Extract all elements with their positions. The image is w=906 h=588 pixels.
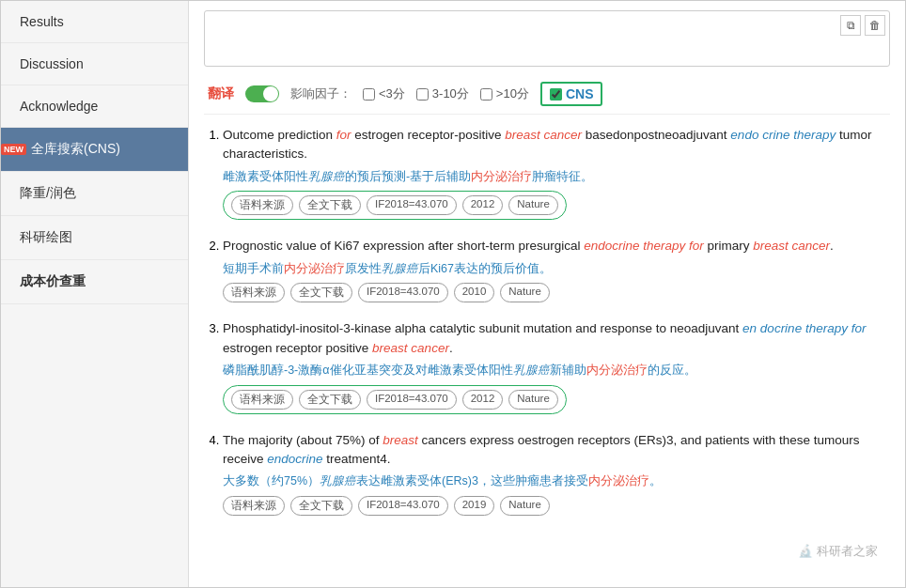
top-toolbar: ⧉ 🗑 (840, 15, 885, 36)
sidebar-item-5[interactable]: 科研绘图 (1, 216, 188, 260)
translate-label: 翻译 (208, 85, 234, 102)
filter-bar: 翻译 影响因子： <3分 3-10分 >10分 CNS (204, 74, 890, 115)
sidebar-item-label-4: 降重/润色 (20, 185, 76, 200)
tag-4-2[interactable]: IF2018=43.070 (358, 496, 448, 516)
sidebar-item-label-0: Results (20, 14, 64, 29)
tag-1-4[interactable]: Nature (508, 195, 558, 215)
result-item-1: Outcome prediction for estrogen receptor… (223, 126, 890, 220)
tag-4-0[interactable]: 语料来源 (223, 496, 285, 516)
sidebar-item-0[interactable]: Results (1, 1, 188, 43)
tag-2-1[interactable]: 全文下载 (290, 283, 352, 302)
tag-4-1[interactable]: 全文下载 (290, 496, 352, 516)
filter-gt10[interactable]: >10分 (480, 85, 529, 102)
tag-3-1[interactable]: 全文下载 (299, 390, 361, 410)
result-translation-1: 雌激素受体阳性乳腺癌的预后预测-基于后辅助内分泌治疗肿瘤特征。 (223, 168, 890, 186)
sidebar-item-3[interactable]: NEW全库搜索(CNS) (1, 128, 188, 172)
results-list: Outcome prediction for estrogen receptor… (204, 126, 890, 516)
sidebar-item-label-2: Acknowledge (20, 99, 98, 114)
delete-icon[interactable]: 🗑 (865, 15, 885, 36)
tag-2-4[interactable]: Nature (500, 283, 550, 302)
tag-4-4[interactable]: Nature (500, 496, 550, 516)
sidebar-item-1[interactable]: Discussion (1, 43, 188, 85)
tag-2-3[interactable]: 2010 (454, 283, 495, 302)
result-title-1: Outcome prediction for estrogen receptor… (223, 126, 890, 164)
tag-3-4[interactable]: Nature (508, 390, 558, 410)
cns-filter[interactable]: CNS (540, 82, 603, 106)
sidebar-item-4[interactable]: 降重/润色 (1, 172, 188, 216)
impact-label: 影响因子： (290, 85, 351, 102)
result-item-2: Prognostic value of Ki67 expression afte… (223, 237, 890, 302)
gt10-checkbox[interactable] (480, 88, 492, 101)
result-item-4: The majority (about 75%) of breast cance… (223, 431, 890, 516)
result-tags-1: 语料来源全文下载IF2018=43.0702012Nature (223, 191, 567, 220)
result-translation-4: 大多数（约75%）乳腺癌表达雌激素受体(ERs)3，这些肿瘤患者接受内分泌治疗。 (223, 472, 890, 490)
toggle-thumb (263, 86, 278, 101)
tag-4-3[interactable]: 2019 (454, 496, 495, 516)
result-tags-2: 语料来源全文下载IF2018=43.0702010Nature (223, 283, 890, 302)
tag-1-0[interactable]: 语料来源 (231, 195, 293, 215)
copy-icon[interactable]: ⧉ (840, 15, 861, 36)
tag-3-0[interactable]: 语料来源 (231, 390, 293, 410)
filter-lt3[interactable]: <3分 (363, 85, 405, 102)
main-content: ⧉ 🗑 翻译 影响因子： <3分 3-10分 >10分 (189, 1, 905, 587)
result-tags-3: 语料来源全文下载IF2018=43.0702012Nature (223, 385, 567, 414)
toggle-track (245, 85, 279, 102)
sidebar-item-label-1: Discussion (20, 56, 84, 71)
sidebar-item-label-6: 成本价查重 (20, 273, 86, 288)
result-title-4: The majority (about 75%) of breast cance… (223, 431, 890, 470)
tag-3-3[interactable]: 2012 (462, 390, 504, 410)
tag-1-2[interactable]: IF2018=43.070 (367, 195, 457, 215)
top-textarea[interactable]: ⧉ 🗑 (204, 10, 890, 67)
sidebar-item-6[interactable]: 成本价查重 (1, 260, 188, 304)
cns-label: CNS (566, 86, 594, 101)
sidebar-item-label-5: 科研绘图 (20, 229, 72, 244)
result-item-3: Phosphatidyl-inositol-3-kinase alpha cat… (223, 319, 890, 413)
translate-toggle[interactable] (245, 85, 279, 102)
sidebar: ResultsDiscussionAcknowledgeNEW全库搜索(CNS)… (1, 1, 189, 587)
tag-1-1[interactable]: 全文下载 (299, 195, 361, 215)
new-badge: NEW (1, 144, 26, 155)
tag-2-2[interactable]: IF2018=43.070 (358, 283, 448, 302)
tag-3-2[interactable]: IF2018=43.070 (367, 390, 457, 410)
lt3-checkbox[interactable] (363, 88, 375, 101)
result-translation-3: 磷脂酰肌醇-3-激酶α催化亚基突变及对雌激素受体阳性乳腺癌新辅助内分泌治疗的反应… (223, 362, 890, 379)
sidebar-item-label-3: 全库搜索(CNS) (31, 141, 120, 156)
tag-2-0[interactable]: 语料来源 (223, 283, 285, 302)
result-title-2: Prognostic value of Ki67 expression afte… (223, 237, 890, 255)
filter-range[interactable]: 3-10分 (416, 85, 469, 102)
sidebar-item-2[interactable]: Acknowledge (1, 85, 188, 128)
cns-checkbox[interactable] (550, 88, 562, 101)
app-window: ResultsDiscussionAcknowledgeNEW全库搜索(CNS)… (0, 0, 906, 588)
result-translation-2: 短期手术前内分泌治疗原发性乳腺癌后Ki67表达的预后价值。 (223, 260, 890, 278)
tag-1-3[interactable]: 2012 (462, 195, 504, 215)
range-checkbox[interactable] (416, 88, 429, 101)
result-tags-4: 语料来源全文下载IF2018=43.0702019Nature (223, 496, 890, 516)
result-title-3: Phosphatidyl-inositol-3-kinase alpha cat… (223, 319, 890, 358)
